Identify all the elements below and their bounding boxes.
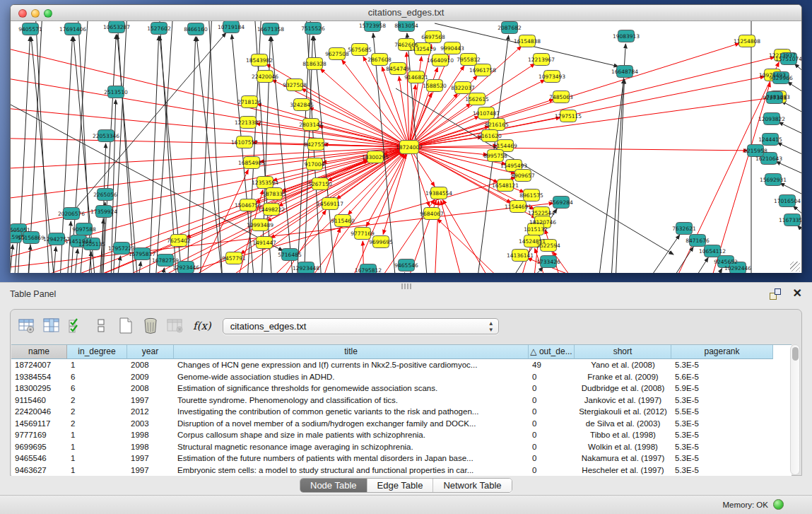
citation-edge-black[interactable] <box>138 262 141 273</box>
citation-edge-black[interactable] <box>779 122 801 137</box>
column-header-name[interactable]: name <box>11 345 67 359</box>
cell-pagerank[interactable]: 5.9E-5 <box>671 382 773 395</box>
cell-short[interactable]: Hescheler et al. (1997) <box>575 465 671 477</box>
cell-short[interactable]: Stergiakouli et al. (2012) <box>575 406 671 418</box>
cell-short[interactable]: Yano et al. (2008) <box>575 359 671 371</box>
column-header-in_degree[interactable]: in_degree <box>67 345 127 359</box>
table-row[interactable]: 1872400712008Changes of HCN gene express… <box>11 359 792 371</box>
cell-pagerank[interactable]: 5.3E-5 <box>671 465 773 477</box>
cell-short[interactable]: Jankovic et al. (1997) <box>575 395 671 407</box>
cell-title[interactable]: Estimation of the future numbers of pati… <box>174 452 529 465</box>
cell-out_degree[interactable]: 49 <box>529 359 575 371</box>
delete-table-icon[interactable] <box>165 316 185 336</box>
table-row[interactable]: 969969511998Structural magnetic resonanc… <box>11 441 792 453</box>
cell-name[interactable]: 9465546 <box>11 452 67 465</box>
cell-pagerank[interactable]: 5.3E-5 <box>671 418 773 430</box>
citation-edge-black[interactable] <box>11 245 13 273</box>
table-row[interactable]: 977716911998Corpus callosum shape and si… <box>11 429 792 441</box>
cell-name[interactable]: 22420046 <box>11 406 67 418</box>
cell-name[interactable]: 18724007 <box>11 359 67 371</box>
citation-edge-black[interactable] <box>690 257 708 273</box>
network-canvas[interactable]: 1872400718543982224200462718126122133821… <box>11 21 801 273</box>
cell-pagerank[interactable]: 5.6E-5 <box>671 371 773 383</box>
cell-year[interactable]: 2012 <box>127 406 174 418</box>
cell-year[interactable]: 2003 <box>127 418 174 430</box>
table-selector-dropdown[interactable]: citations_edges.txt ▲▼ <box>223 318 499 334</box>
cell-in_degree[interactable]: 2 <box>67 406 127 418</box>
cell-short[interactable]: Dudbridge et al. (2008) <box>575 382 671 395</box>
cell-year[interactable]: 2008 <box>127 382 174 395</box>
cell-title[interactable]: Corpus callosum shape and size in male p… <box>174 429 529 441</box>
cell-in_degree[interactable]: 2 <box>67 395 127 407</box>
cell-short[interactable]: Franke et al. (2009) <box>575 371 671 383</box>
citation-edge-black[interactable] <box>647 235 680 273</box>
cell-title[interactable]: Tourette syndrome. Phenomenology and cla… <box>174 395 529 407</box>
float-panel-icon[interactable] <box>770 288 781 300</box>
cell-out_degree[interactable]: 0 <box>529 418 575 430</box>
network-window[interactable]: citations_edges.txt 18724007185439822242… <box>10 4 802 273</box>
cell-title[interactable]: Genome-wide association studies in ADHD. <box>174 371 529 383</box>
cell-name[interactable]: 9115460 <box>11 395 67 407</box>
table-vertical-scrollbar[interactable] <box>790 344 800 475</box>
citation-edge-black[interactable] <box>271 37 293 273</box>
cell-name[interactable]: 19384554 <box>11 371 67 383</box>
cell-in_degree[interactable]: 2 <box>67 418 127 430</box>
citation-edge-red[interactable] <box>409 57 775 147</box>
table-row[interactable]: 946362711997Embryonic stem cells: a mode… <box>11 465 792 477</box>
cell-title[interactable]: Structural magnetic resonance image aver… <box>174 441 529 453</box>
cell-short[interactable]: Nakamura et al. (1997) <box>575 452 671 465</box>
cell-title[interactable]: Changes of HCN gene expression and I(f) … <box>174 359 529 371</box>
citation-edge-black[interactable] <box>782 101 801 116</box>
cell-pagerank[interactable]: 5.3E-5 <box>671 395 773 407</box>
cell-name[interactable]: 18300295 <box>11 382 67 395</box>
cell-year[interactable]: 1998 <box>127 441 174 453</box>
citation-edge-black[interactable] <box>200 21 212 273</box>
cell-in_degree[interactable]: 1 <box>67 359 127 371</box>
cell-pagerank[interactable]: 5.3E-5 <box>671 359 773 371</box>
cell-title[interactable]: Embryonic stem cells: a model to study s… <box>174 465 529 477</box>
cell-name[interactable]: 14569117 <box>11 418 67 430</box>
citation-edge-red[interactable] <box>441 201 463 273</box>
cell-out_degree[interactable]: 0 <box>529 452 575 465</box>
column-header-year[interactable]: year <box>127 345 174 359</box>
citation-edge-black[interactable] <box>71 33 226 214</box>
cell-short[interactable]: Tibbo et al. (1998) <box>575 429 671 441</box>
citation-edge-black[interactable] <box>67 221 71 273</box>
cell-in_degree[interactable]: 6 <box>67 371 127 383</box>
column-header-short[interactable]: short <box>575 345 671 359</box>
cell-name[interactable]: 9463627 <box>11 465 67 477</box>
cell-pagerank[interactable]: 5.3E-5 <box>671 441 773 453</box>
function-builder-icon[interactable]: f(x) <box>193 320 211 332</box>
citation-edge-red[interactable] <box>11 74 409 147</box>
table-row[interactable]: 946554611997Estimation of the future num… <box>11 452 792 465</box>
show-columns-icon[interactable] <box>42 316 61 336</box>
cell-in_degree[interactable]: 1 <box>67 465 127 477</box>
create-table-icon[interactable] <box>116 316 136 336</box>
cell-year[interactable]: 2009 <box>127 371 174 383</box>
cell-short[interactable]: Wolkin et al. (1998) <box>575 441 671 453</box>
split-pane-grip[interactable] <box>401 284 411 289</box>
cell-out_degree[interactable]: 0 <box>529 406 575 418</box>
cell-name[interactable]: 9699695 <box>11 441 67 453</box>
close-panel-icon[interactable]: ✕ <box>793 287 802 300</box>
cell-year[interactable]: 1997 <box>127 452 174 465</box>
tab-edge-table[interactable]: Edge Table <box>367 479 434 492</box>
cell-in_degree[interactable]: 1 <box>67 452 127 465</box>
citation-edge-red[interactable] <box>11 138 409 147</box>
canvas-resize-grip-icon[interactable] <box>790 262 800 271</box>
tab-node-table[interactable]: Node Table <box>300 479 367 492</box>
table-settings-icon[interactable] <box>17 316 37 336</box>
cell-short[interactable]: de Silva et al. (2003) <box>575 418 671 430</box>
network-window-titlebar[interactable]: citations_edges.txt <box>11 5 801 21</box>
cell-year[interactable]: 1998 <box>127 429 174 441</box>
citation-edge-red[interactable] <box>257 104 409 147</box>
citation-edge-red[interactable] <box>322 228 340 273</box>
column-header-out_degree[interactable]: △ out_de... <box>529 345 575 359</box>
cell-title[interactable]: Estimation of significance thresholds fo… <box>174 382 529 395</box>
cell-out_degree[interactable]: 0 <box>529 371 575 383</box>
row-height-icon[interactable] <box>91 316 111 336</box>
select-all-icon[interactable] <box>66 316 86 336</box>
cell-out_degree[interactable]: 0 <box>529 395 575 407</box>
table-row[interactable]: 911546021997Tourette syndrome. Phenomeno… <box>11 395 792 407</box>
cell-title[interactable]: Disruption of a novel member of a sodium… <box>174 418 529 430</box>
